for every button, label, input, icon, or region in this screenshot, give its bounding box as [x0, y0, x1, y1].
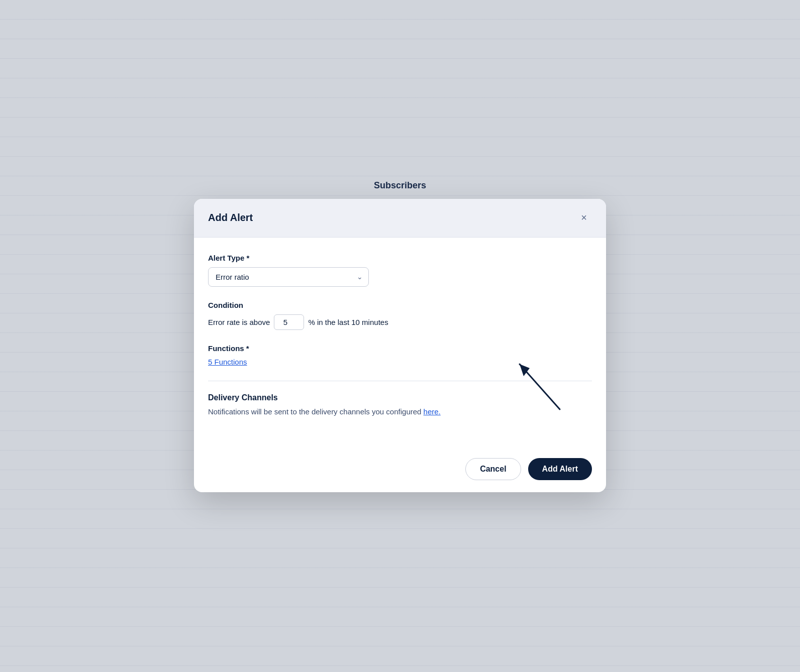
alert-type-select-wrapper: Error ratioLatencyInvocation count ⌄ — [208, 267, 369, 287]
close-button[interactable]: × — [576, 210, 592, 226]
modal-title: Add Alert — [208, 212, 253, 223]
delivery-channels-link[interactable]: here. — [424, 407, 441, 416]
delivery-channels-description: Notifications will be sent to the delive… — [208, 407, 592, 416]
condition-prefix-text: Error rate is above — [208, 318, 270, 326]
modal-body: Alert Type * Error ratioLatencyInvocatio… — [194, 238, 606, 446]
condition-value-input[interactable] — [274, 314, 304, 330]
page-title: Subscribers — [374, 180, 426, 191]
functions-section: Functions * 5 Functions — [208, 344, 592, 367]
alert-type-section: Alert Type * Error ratioLatencyInvocatio… — [208, 254, 592, 287]
modal-header: Add Alert × — [194, 199, 606, 238]
alert-type-label: Alert Type * — [208, 254, 592, 262]
functions-label: Functions * — [208, 344, 592, 353]
condition-section: Condition Error rate is above % in the l… — [208, 301, 592, 330]
cancel-button[interactable]: Cancel — [465, 458, 521, 480]
add-alert-button[interactable]: Add Alert — [528, 458, 592, 480]
modal-overlay: Add Alert × Alert Type * Error ratioLate… — [194, 199, 606, 492]
modal: Add Alert × Alert Type * Error ratioLate… — [194, 199, 606, 492]
delivery-channels-section: Delivery Channels Notifications will be … — [208, 393, 592, 416]
section-divider — [208, 381, 592, 381]
condition-label: Condition — [208, 301, 592, 309]
delivery-channels-title: Delivery Channels — [208, 393, 592, 402]
functions-link[interactable]: 5 Functions — [208, 358, 247, 366]
condition-suffix-text: % in the last 10 minutes — [308, 318, 388, 326]
alert-type-select[interactable]: Error ratioLatencyInvocation count — [208, 267, 369, 287]
condition-row: Error rate is above % in the last 10 min… — [208, 314, 592, 330]
modal-footer: Cancel Add Alert — [194, 446, 606, 492]
